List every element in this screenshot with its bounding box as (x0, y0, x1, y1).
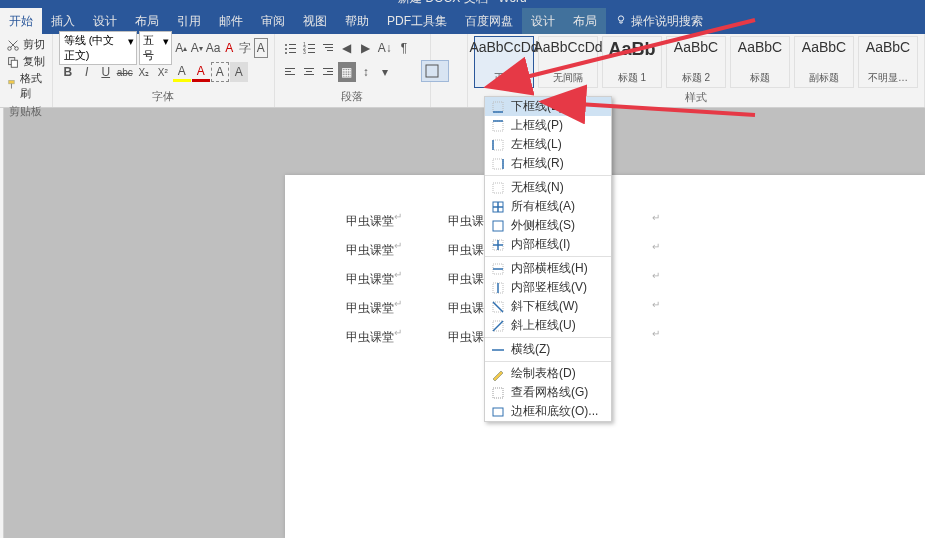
table-cell[interactable]: 甲虫课堂↵ (342, 207, 442, 234)
border-grid-icon (491, 386, 505, 400)
border-menu-diagdown[interactable]: 斜下框线(W) (485, 297, 611, 316)
tab-view[interactable]: 视图 (294, 8, 336, 34)
tab-pdf[interactable]: PDF工具集 (378, 8, 456, 34)
style-preview-6[interactable]: AaBbC不明显… (858, 36, 918, 88)
tab-help[interactable]: 帮助 (336, 8, 378, 34)
tab-tabletools-layout[interactable]: 布局 (564, 8, 606, 34)
cut-button[interactable]: 剪切 (6, 36, 46, 53)
border-menu-dialog[interactable]: 边框和底纹(O)... (485, 402, 611, 421)
style-preview-1[interactable]: AaBbCcDd无间隔 (538, 36, 598, 88)
table-cell[interactable]: 甲虫课堂↵ (342, 323, 442, 350)
cut-icon (6, 38, 20, 52)
table-cell[interactable]: 甲虫课堂↵ (342, 294, 442, 321)
change-case-button[interactable]: Aa (206, 38, 221, 58)
lightbulb-icon (615, 14, 627, 29)
tab-mailings[interactable]: 邮件 (210, 8, 252, 34)
align-left-button[interactable] (281, 62, 299, 82)
char-shading-button[interactable]: A (230, 62, 248, 82)
svg-rect-30 (426, 65, 438, 77)
border-menu-diagup[interactable]: 斜上框线(U) (485, 316, 611, 335)
copy-button[interactable]: 复制 (6, 53, 46, 70)
border-menu-insidev[interactable]: 内部竖框线(V) (485, 278, 611, 297)
superscript-button[interactable]: X² (154, 62, 172, 82)
bullets-button[interactable] (281, 38, 299, 58)
border-menu-all[interactable]: 所有框线(A) (485, 197, 611, 216)
border-bottom-icon (491, 100, 505, 114)
borders-button[interactable] (421, 60, 449, 82)
numbering-button[interactable]: 123 (300, 38, 318, 58)
enclose-char-button[interactable]: A (254, 38, 268, 58)
bold-button[interactable]: B (59, 62, 77, 82)
border-menu-grid[interactable]: 查看网格线(G) (485, 383, 611, 402)
underline-button[interactable]: U (97, 62, 115, 82)
border-menu-inside[interactable]: 内部框线(I) (485, 235, 611, 254)
style-preview-4[interactable]: AaBbC标题 (730, 36, 790, 88)
strike-button[interactable]: abc (116, 62, 134, 82)
align-right-button[interactable] (319, 62, 337, 82)
svg-rect-21 (285, 68, 295, 69)
border-menu-hline[interactable]: 横线(Z) (485, 340, 611, 359)
tab-references[interactable]: 引用 (168, 8, 210, 34)
tell-me-search[interactable]: 操作说明搜索 (606, 8, 712, 34)
sort-button[interactable]: A↓ (376, 38, 394, 58)
table-cell[interactable]: 甲虫课堂↵ (342, 265, 442, 292)
border-menu-draw[interactable]: 绘制表格(D) (485, 364, 611, 383)
tab-home[interactable]: 开始 (0, 8, 42, 34)
clear-formatting-button[interactable]: A (222, 38, 236, 58)
style-name: 副标题 (809, 71, 839, 85)
menu-item-label: 内部横框线(H) (511, 260, 588, 277)
svg-rect-29 (323, 74, 333, 75)
svg-line-54 (493, 321, 503, 331)
phonetic-guide-button[interactable]: 字 (238, 38, 252, 58)
font-size-select[interactable]: 五号 ▾ (139, 31, 173, 65)
shading-button[interactable]: ▦ (338, 62, 356, 82)
align-center-button[interactable] (300, 62, 318, 82)
tab-review[interactable]: 审阅 (252, 8, 294, 34)
copy-icon (6, 55, 20, 69)
show-marks-button[interactable]: ¶ (395, 38, 413, 58)
multilevel-button[interactable] (319, 38, 337, 58)
tab-baidu[interactable]: 百度网盘 (456, 8, 522, 34)
subscript-button[interactable]: X₂ (135, 62, 153, 82)
table-cell[interactable]: 甲虫课堂↵ (342, 236, 442, 263)
grow-font-button[interactable]: A▴ (174, 38, 188, 58)
style-sample: AaBbCcDd (533, 39, 602, 55)
line-spacing-button[interactable]: ↕ (357, 62, 375, 82)
style-preview-3[interactable]: AaBbC标题 2 (666, 36, 726, 88)
border-menu-right[interactable]: 右框线(R) (485, 154, 611, 173)
border-left-icon (491, 138, 505, 152)
border-menu-outside[interactable]: 外侧框线(S) (485, 216, 611, 235)
menu-item-label: 左框线(L) (511, 136, 562, 153)
tab-tabletools-design[interactable]: 设计 (522, 8, 564, 34)
format-painter-button[interactable]: 格式刷 (6, 70, 46, 102)
border-insidev-icon (491, 281, 505, 295)
style-preview-5[interactable]: AaBbC副标题 (794, 36, 854, 88)
font-family-select[interactable]: 等线 (中文正文) ▾ (59, 31, 137, 65)
svg-point-0 (618, 15, 623, 20)
menu-separator (485, 361, 611, 362)
left-edge (0, 108, 4, 538)
group-font: 等线 (中文正文) ▾ 五号 ▾ A▴ A▾ Aa A 字 A B I U ab… (53, 34, 275, 107)
style-preview-0[interactable]: AaBbCcDd正文 (474, 36, 534, 88)
style-preview-2[interactable]: AaBb标题 1 (602, 36, 662, 88)
border-menu-none[interactable]: 无框线(N) (485, 178, 611, 197)
shrink-font-button[interactable]: A▾ (190, 38, 204, 58)
border-menu-top[interactable]: 上框线(P) (485, 116, 611, 135)
border-menu-bottom[interactable]: 下框线(B) (485, 97, 611, 116)
border-outside-icon (491, 219, 505, 233)
char-border-button[interactable]: A (211, 62, 229, 82)
border-menu-insideh[interactable]: 内部横框线(H) (485, 259, 611, 278)
menu-item-label: 下框线(B) (511, 98, 563, 115)
document-title: 新建 DOCX 文档 - Word (398, 0, 526, 7)
chevron-down-icon: ▾ (128, 35, 134, 48)
font-color-button[interactable]: A (192, 62, 210, 82)
italic-button[interactable]: I (78, 62, 96, 82)
svg-rect-5 (9, 80, 14, 83)
menu-item-label: 所有框线(A) (511, 198, 575, 215)
indent-increase-button[interactable]: ▶ (357, 38, 375, 58)
highlight-button[interactable]: A (173, 62, 191, 82)
indent-decrease-button[interactable]: ◀ (338, 38, 356, 58)
shading-split[interactable]: ▾ (376, 62, 394, 82)
border-menu-left[interactable]: 左框线(L) (485, 135, 611, 154)
menu-item-label: 无框线(N) (511, 179, 564, 196)
